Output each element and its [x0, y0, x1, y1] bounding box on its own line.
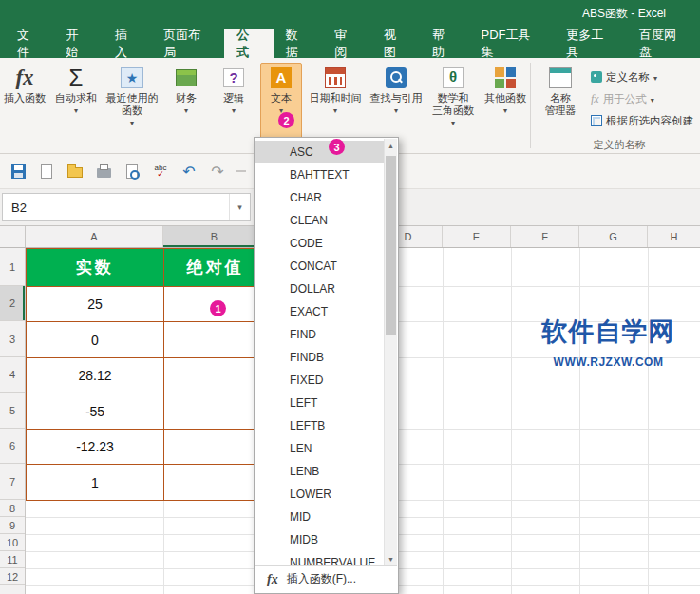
- tab-pdf-tools[interactable]: PDF工具集: [469, 29, 555, 58]
- tab-data[interactable]: 数据: [274, 29, 322, 58]
- column-header-f[interactable]: F: [511, 226, 579, 247]
- row-header-2[interactable]: 2: [0, 286, 25, 321]
- menu-item-mid[interactable]: MID: [255, 506, 384, 528]
- date-time-button[interactable]: 日期和时间 ▾: [308, 63, 363, 143]
- menu-item-clean[interactable]: CLEAN: [255, 209, 384, 232]
- redo-button[interactable]: ↷: [208, 162, 227, 181]
- toolbar-separator: [236, 170, 246, 172]
- select-all-corner[interactable]: [0, 226, 26, 247]
- row-header-7[interactable]: 7: [0, 464, 25, 500]
- open-button[interactable]: [66, 162, 85, 181]
- more-functions-button[interactable]: 其他函数 ▾: [482, 63, 528, 143]
- scrollbar[interactable]: ▲ ▼: [384, 139, 397, 565]
- cell-b3[interactable]: [164, 322, 267, 358]
- tab-file[interactable]: 文件: [5, 29, 53, 58]
- spellcheck-button[interactable]: abc ✓: [151, 162, 170, 181]
- scroll-up-button[interactable]: ▲: [385, 139, 397, 152]
- cell-a6[interactable]: -12.23: [27, 430, 164, 465]
- menu-item-code[interactable]: CODE: [255, 232, 384, 255]
- scrollbar-thumb[interactable]: [386, 156, 396, 335]
- letter-a-glyph: A: [276, 69, 287, 86]
- row-header-5[interactable]: 5: [0, 393, 25, 429]
- menu-item-char[interactable]: CHAR: [255, 186, 384, 209]
- row-header-10[interactable]: 10: [0, 534, 25, 551]
- function-grid-icon: [495, 67, 516, 88]
- logical-button[interactable]: ? 逻辑 ▾: [213, 63, 255, 143]
- menu-item-lenb[interactable]: LENB: [255, 460, 384, 483]
- cell-a1[interactable]: 实数: [27, 249, 164, 287]
- menu-item-concat[interactable]: CONCAT: [255, 255, 384, 278]
- cell-b4[interactable]: [164, 358, 267, 393]
- tab-baidu-netdisk[interactable]: 百度网盘: [627, 29, 700, 58]
- scroll-down-button[interactable]: ▼: [385, 552, 397, 565]
- recent-functions-button[interactable]: ★ 最近使用的 函数 ▾: [104, 63, 160, 143]
- menu-item-fixed[interactable]: FIXED: [255, 369, 384, 392]
- cell-b7[interactable]: [164, 465, 267, 501]
- autosum-button[interactable]: Σ 自动求和 ▾: [53, 63, 99, 143]
- tab-review[interactable]: 审阅: [322, 29, 370, 58]
- row-header-6[interactable]: 6: [0, 429, 25, 464]
- print-preview-button[interactable]: [123, 162, 142, 181]
- financial-button[interactable]: 财务 ▾: [165, 63, 207, 143]
- save-icon: [11, 164, 26, 179]
- tab-view[interactable]: 视图: [371, 29, 420, 58]
- text-functions-button[interactable]: A 文本 ▾: [260, 63, 302, 143]
- menu-item-asc[interactable]: ASC: [255, 141, 384, 163]
- name-manager-button[interactable]: 名称 管理器: [534, 63, 587, 143]
- create-from-selection-button[interactable]: 根据所选内容创建: [591, 111, 693, 130]
- print-button[interactable]: [94, 162, 113, 181]
- cell-a4[interactable]: 28.12: [27, 358, 164, 393]
- use-in-formula-button[interactable]: fx 用于公式 ▾: [591, 89, 654, 108]
- cell-a5[interactable]: -55: [27, 393, 164, 430]
- save-button[interactable]: [9, 162, 28, 181]
- menu-item-lower[interactable]: LOWER: [255, 483, 384, 506]
- cell-b6[interactable]: [164, 430, 267, 465]
- row-header-8[interactable]: 8: [0, 500, 25, 517]
- new-file-button[interactable]: [37, 162, 56, 181]
- cell-a3[interactable]: 0: [27, 322, 164, 358]
- menu-item-find[interactable]: FIND: [255, 323, 384, 346]
- column-header-g[interactable]: G: [579, 226, 648, 247]
- insert-function-menu-item[interactable]: fx 插入函数(F)...: [255, 565, 397, 592]
- undo-button[interactable]: ↶: [180, 162, 199, 181]
- chevron-down-icon: ▾: [184, 106, 188, 115]
- cell-a7[interactable]: 1: [27, 465, 164, 501]
- column-header-b[interactable]: B: [163, 226, 266, 247]
- column-header-h[interactable]: H: [648, 226, 700, 247]
- tab-more-tools[interactable]: 更多工具: [554, 29, 627, 58]
- cell-a2[interactable]: 25: [27, 287, 164, 322]
- name-box-dropdown-button[interactable]: ▾: [229, 194, 250, 220]
- watermark-site: WWW.RJZXW.COM: [530, 355, 687, 369]
- column-header-a[interactable]: A: [26, 226, 163, 247]
- row-header-4[interactable]: 4: [0, 357, 25, 393]
- row-header-1[interactable]: 1: [0, 248, 25, 286]
- tab-home[interactable]: 开始: [53, 29, 102, 58]
- tab-insert[interactable]: 插入: [103, 29, 151, 58]
- menu-item-dollar[interactable]: DOLLAR: [255, 278, 384, 300]
- lookup-reference-button[interactable]: 查找与引用 ▾: [369, 63, 424, 143]
- insert-function-button[interactable]: fx 插入函数: [2, 63, 47, 143]
- column-header-e[interactable]: E: [443, 226, 511, 247]
- row-header-3[interactable]: 3: [0, 321, 25, 357]
- row-header-12[interactable]: 12: [0, 568, 25, 585]
- row-header-11[interactable]: 11: [0, 551, 25, 568]
- function-library-group: fx 插入函数 Σ 自动求和 ▾ ★ 最近使用的 函数 ▾ 财务 ▾ ? 逻辑: [2, 63, 528, 143]
- menu-item-left[interactable]: LEFT: [255, 392, 384, 414]
- menu-item-midb[interactable]: MIDB: [255, 528, 384, 551]
- define-name-button[interactable]: 定义名称 ▾: [591, 67, 657, 86]
- tab-page-layout[interactable]: 页面布局: [151, 29, 224, 58]
- cell-b1[interactable]: 绝对值: [164, 249, 267, 287]
- menu-item-exact[interactable]: EXACT: [255, 300, 384, 323]
- math-trig-button[interactable]: θ 数学和 三角函数 ▾: [429, 63, 477, 143]
- row-header-9[interactable]: 9: [0, 517, 25, 534]
- tab-help[interactable]: 帮助: [420, 29, 468, 58]
- use-in-formula-label: 用于公式: [603, 92, 647, 106]
- menu-item-findb[interactable]: FINDB: [255, 346, 384, 369]
- row-header-partial[interactable]: [0, 585, 25, 594]
- tab-formulas[interactable]: 公式: [224, 29, 273, 58]
- menu-item-leftb[interactable]: LEFTB: [255, 414, 384, 437]
- cell-b5[interactable]: [164, 393, 267, 430]
- menu-item-len[interactable]: LEN: [255, 437, 384, 460]
- name-box[interactable]: B2 ▾: [2, 193, 251, 221]
- menu-item-bahttext[interactable]: BAHTTEXT: [255, 163, 384, 186]
